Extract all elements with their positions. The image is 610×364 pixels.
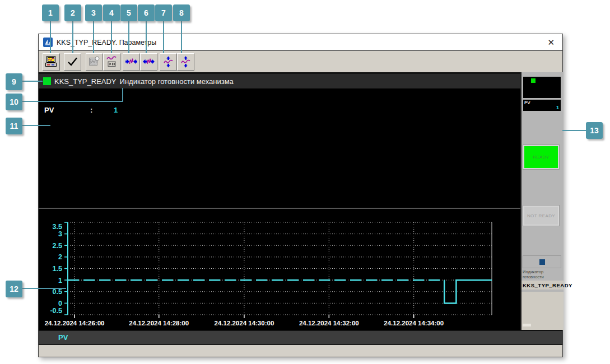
compress-scale-button[interactable] [160,53,177,71]
status-bar [39,344,562,357]
navy-square-icon [539,259,545,265]
faceplate-status-dot [531,78,536,83]
start-stop-trend-button[interactable] [103,53,120,71]
callout-connector [146,20,147,53]
svg-text:3.5: 3.5 [53,223,62,231]
pv-separator: : [90,106,114,114]
callout-connector [22,101,123,102]
compress-time-button[interactable] [123,53,140,71]
callout-connector [22,125,50,126]
callout-connector [128,20,129,53]
svg-text:0: 0 [58,300,62,307]
callout-badge-4: 4 [103,4,120,21]
compress-time-icon [125,55,138,68]
tag-description: Индикатор готовности механизма [120,77,234,86]
print-trend-icon [45,55,58,68]
trend-chart[interactable]: 3.532.521.510.50-0.524.12.2024 14:26:002… [39,209,520,330]
callout-badge-12: 12 [6,281,22,297]
svg-text:0.5: 0.5 [53,288,62,296]
snapshot-button[interactable] [86,53,103,71]
faceplate-pv-value: 1 [556,105,559,110]
pv-label: PV [44,106,90,114]
close-button[interactable]: ✕ [544,38,558,46]
callout-connector [122,88,123,102]
svg-text:24.12.2024 14:28:00: 24.12.2024 14:28:00 [129,320,189,326]
window-title: KKS_TYP_READY. Параметры [57,39,156,46]
expand-time-icon [142,55,155,68]
faceplate-pv-box: PV 1 [523,100,561,111]
expand-scale-button[interactable] [177,53,194,71]
expand-scale-icon [179,55,192,68]
callout-badge-7: 7 [155,4,172,21]
callout-connector [22,81,43,82]
legend-pv[interactable]: PV [58,333,68,342]
sidebar-grip [523,324,531,326]
pv-value: 1 [114,106,118,114]
status-indicator [43,77,51,85]
svg-text:1: 1 [58,277,62,284]
compress-scale-icon [162,55,175,68]
accept-button[interactable] [64,53,81,71]
callout-connector [72,20,73,53]
faceplate-sidebar: PV 1 READY NOT READY Индикатор готовност… [520,72,564,330]
callout-badge-9: 9 [6,73,22,90]
faceplate-column: PV 1 READY NOT READY Индикатор готовност… [521,72,564,292]
callout-badge-1: 1 [42,4,59,21]
trend-plot[interactable]: 3.532.521.510.50-0.524.12.2024 14:26:002… [39,209,520,330]
trend-parameters-window: KKS_TYP_READY. Параметры ✕ [38,34,563,357]
svg-text:24.12.2024 14:32:00: 24.12.2024 14:32:00 [299,320,359,326]
callout-badge-13: 13 [586,122,603,139]
window-titlebar[interactable]: KKS_TYP_READY. Параметры ✕ [39,34,562,51]
svg-text:1.5: 1.5 [53,265,62,273]
pv-value-row: PV:1 [44,106,118,114]
legend-strip: PV [39,330,562,344]
faceplate-indicator-box [523,255,561,268]
faceplate-caption: Индикатор готовности [523,270,562,281]
callout-badge-10: 10 [6,94,22,110]
callout-connector [181,20,182,53]
callout-connector [22,288,66,289]
faceplate-pv-label: PV [524,100,530,105]
snapshot-icon [88,55,101,68]
callout-badge-3: 3 [85,4,102,21]
callout-badge-5: 5 [120,4,137,21]
svg-text:-0.5: -0.5 [50,307,62,315]
start-stop-trend-icon [105,55,118,68]
svg-text:24.12.2024 14:26:00: 24.12.2024 14:26:00 [45,320,105,326]
print-trend-button[interactable] [43,53,60,71]
screenshot-stage: KKS_TYP_READY. Параметры ✕ [0,0,610,364]
callout-badge-6: 6 [138,4,155,21]
parameter-panel: KKS_TYP_READY Индикатор готовности механ… [39,72,520,208]
app-logo-icon [43,38,53,47]
callout-badge-8: 8 [173,4,190,21]
faceplate-tag: KKS_TYP_READY [521,281,564,290]
svg-text:2: 2 [58,253,62,261]
svg-text:24.12.2024 14:34:00: 24.12.2024 14:34:00 [384,320,444,326]
callout-connector [93,20,94,53]
expand-time-button[interactable] [140,53,157,71]
callout-connector [562,130,586,131]
svg-text:24.12.2024 14:30:00: 24.12.2024 14:30:00 [215,320,274,326]
ready-button[interactable]: READY [523,144,560,170]
callout-connector [163,20,164,53]
parameter-panel-header: KKS_TYP_READY Индикатор готовности механ… [39,74,520,88]
callout-badge-11: 11 [6,118,22,134]
toolbar [39,51,562,72]
callout-connector [111,20,112,53]
accept-check-icon [66,55,79,68]
svg-text:2.5: 2.5 [53,242,62,250]
callout-connector [50,20,51,53]
not-ready-button[interactable]: NOT READY [523,205,560,226]
svg-text:3: 3 [58,230,62,238]
callout-badge-2: 2 [64,4,81,21]
tag-label: KKS_TYP_READY [54,77,117,86]
faceplate-caption-line2: готовности [523,275,562,280]
faceplate-display [523,77,561,98]
